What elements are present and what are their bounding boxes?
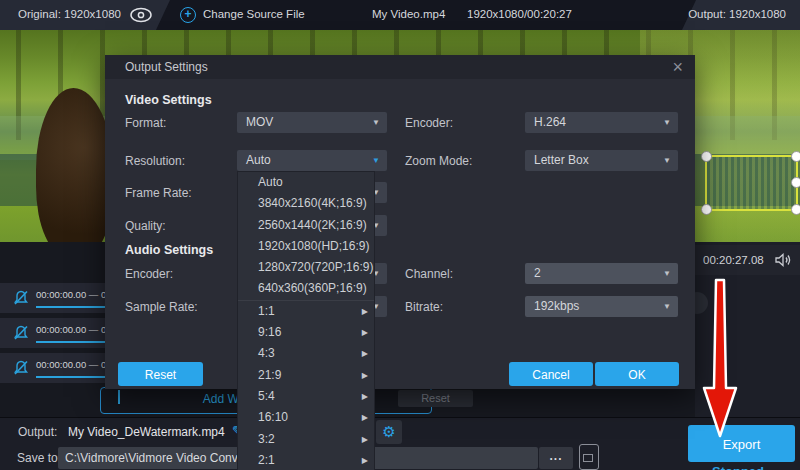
encoder-label: Encoder: xyxy=(405,116,453,130)
chevron-down-icon: ▼ xyxy=(663,150,671,171)
chevron-down-icon: ▼ xyxy=(663,112,671,133)
video-settings-heading: Video Settings xyxy=(125,93,212,107)
chevron-down-icon: ▼ xyxy=(663,296,671,317)
sample-rate-label: Sample Rate: xyxy=(125,300,198,314)
watermark-selection-box[interactable] xyxy=(705,155,798,211)
ok-button[interactable]: OK xyxy=(595,362,679,386)
add-source-icon[interactable]: + xyxy=(180,7,196,23)
audio-track-row[interactable]: 00:00:00.00 — 0 xyxy=(0,318,105,348)
menu-item-ratio[interactable]: 2:1▶ xyxy=(238,450,374,470)
track-progress-line[interactable] xyxy=(36,341,105,343)
output-label: Output: xyxy=(18,425,57,439)
submenu-arrow-icon: ▶ xyxy=(362,365,368,386)
file-info-label: 1920x1080/00:20:27 xyxy=(467,8,572,20)
selection-handle[interactable] xyxy=(701,151,712,162)
menu-item-ratio[interactable]: 9:16▶ xyxy=(238,322,374,343)
current-time-box: 00:20:27.08 xyxy=(695,245,800,275)
submenu-arrow-icon: ▶ xyxy=(362,407,368,428)
quality-label: Quality: xyxy=(125,219,166,233)
resolution-dropdown-menu: Auto 3840x2160(4K;16:9) 2560x1440(2K;16:… xyxy=(237,171,375,470)
format-select[interactable]: MOV▼ xyxy=(237,112,387,133)
menu-item[interactable]: 3840x2160(4K;16:9) xyxy=(238,193,374,214)
audio-track-row[interactable]: 00:00:00.00 — 0 xyxy=(0,353,105,383)
track-progress-line[interactable] xyxy=(36,376,105,378)
watermark-reset-button[interactable]: Reset xyxy=(398,390,473,407)
save-to-label: Save to: xyxy=(17,451,61,465)
selection-handle[interactable] xyxy=(791,204,800,215)
track-timestamp: 00:00:00.00 — 0 xyxy=(36,324,106,335)
output-settings-dialog: Output Settings × Video Settings Format:… xyxy=(105,55,695,389)
mute-icon[interactable] xyxy=(13,360,29,376)
encoder-select[interactable]: H.264▼ xyxy=(525,112,678,133)
status-text: Stopped xyxy=(712,464,764,470)
zoom-mode-select[interactable]: Letter Box▼ xyxy=(525,150,678,171)
audio-settings-heading: Audio Settings xyxy=(125,243,213,257)
zoom-mode-label: Zoom Mode: xyxy=(405,154,472,168)
submenu-arrow-icon: ▶ xyxy=(362,301,368,322)
submenu-arrow-icon: ▶ xyxy=(362,450,368,470)
dialog-title: Output Settings xyxy=(125,60,208,74)
menu-item-ratio[interactable]: 5:4▶ xyxy=(238,386,374,407)
watermark-button-divider xyxy=(118,390,120,404)
menu-item-ratio[interactable]: 3:2▶ xyxy=(238,429,374,450)
audio-encoder-label: Encoder: xyxy=(125,267,173,281)
track-timestamp: 00:00:00.00 — 0 xyxy=(36,289,106,300)
speaker-icon[interactable] xyxy=(775,253,792,267)
menu-item[interactable]: 1280x720(720P;16:9) xyxy=(238,257,374,278)
submenu-arrow-icon: ▶ xyxy=(362,429,368,450)
menu-item[interactable]: 2560x1440(2K;16:9) xyxy=(238,215,374,236)
channel-select[interactable]: 2▼ xyxy=(525,263,678,284)
top-bar: Original: 1920x1080 + Change Source File… xyxy=(0,0,800,30)
menu-item-ratio[interactable]: 16:10▶ xyxy=(238,407,374,428)
dialog-header: Output Settings × xyxy=(105,55,695,79)
bitrate-label: Bitrate: xyxy=(405,300,443,314)
menu-item-ratio[interactable]: 1:1▶ xyxy=(238,301,374,322)
mute-icon[interactable] xyxy=(13,290,29,306)
frame-rate-label: Frame Rate: xyxy=(125,186,192,200)
chevron-down-icon: ▼ xyxy=(372,112,380,133)
bottom-bar: Output: My Video_DeWatermark.mp4 ✎ Ou ⚙ … xyxy=(0,417,800,470)
current-file-name: My Video.mp4 xyxy=(372,8,445,20)
submenu-arrow-icon: ▶ xyxy=(362,386,368,407)
menu-item[interactable]: 640x360(360P;16:9) xyxy=(238,278,374,299)
original-resolution-label: Original: 1920x1080 xyxy=(18,8,121,20)
chevron-down-icon: ▼ xyxy=(372,150,380,171)
bitrate-select[interactable]: 192kbps▼ xyxy=(525,296,678,317)
resolution-label: Resolution: xyxy=(125,154,185,168)
resolution-select[interactable]: Auto▼ xyxy=(237,150,387,171)
mute-icon[interactable] xyxy=(13,325,29,341)
device-icon[interactable] xyxy=(579,444,599,470)
menu-item-ratio[interactable]: 21:9▶ xyxy=(238,365,374,386)
output-file-name: My Video_DeWatermark.mp4 xyxy=(68,425,225,439)
change-source-button[interactable]: Change Source File xyxy=(203,8,305,20)
format-label: Format: xyxy=(125,116,166,130)
audio-track-row[interactable]: 00:00:00.00 — 0 xyxy=(0,283,105,313)
current-time-label: 00:20:27.08 xyxy=(703,254,764,266)
track-progress-line[interactable] xyxy=(36,306,105,308)
annotation-arrow-icon xyxy=(697,278,743,440)
app-window: Original: 1920x1080 + Change Source File… xyxy=(0,0,800,470)
gear-icon[interactable]: ⚙ xyxy=(376,420,402,444)
selection-handle[interactable] xyxy=(701,204,712,215)
selection-handle[interactable] xyxy=(791,177,800,188)
channel-label: Channel: xyxy=(405,267,453,281)
output-resolution-label: Output: 1920x1080 xyxy=(688,8,786,20)
browse-button[interactable]: ... xyxy=(539,447,573,469)
submenu-arrow-icon: ▶ xyxy=(362,343,368,364)
chevron-down-icon: ▼ xyxy=(663,263,671,284)
submenu-arrow-icon: ▶ xyxy=(362,322,368,343)
menu-item[interactable]: 1920x1080(HD;16:9) xyxy=(238,236,374,257)
reset-button[interactable]: Reset xyxy=(118,362,203,386)
cancel-button[interactable]: Cancel xyxy=(509,362,593,386)
track-timestamp: 00:00:00.00 — 0 xyxy=(36,359,106,370)
selection-handle[interactable] xyxy=(791,151,800,162)
close-icon[interactable]: × xyxy=(672,55,683,79)
menu-item-ratio[interactable]: 4:3▶ xyxy=(238,343,374,364)
menu-item[interactable]: Auto xyxy=(238,172,374,193)
preview-compare-eye-icon[interactable] xyxy=(130,7,152,26)
